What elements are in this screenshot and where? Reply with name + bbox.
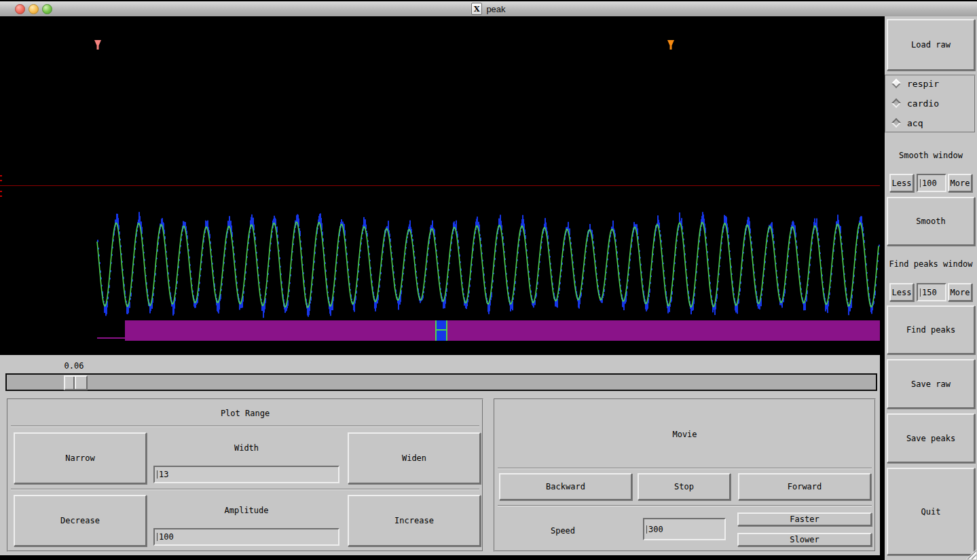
forward-button[interactable]: Forward	[738, 473, 871, 500]
radio-diamond-icon	[891, 98, 901, 108]
backward-button[interactable]: Backward	[499, 473, 632, 500]
plot-range-frame: Plot Range Narrow Width 13 Widen Decreas…	[7, 398, 483, 552]
sidebar: Load raw respir cardio acq Smooth window…	[885, 16, 977, 560]
separator	[11, 489, 479, 490]
stop-button[interactable]: Stop	[638, 473, 731, 500]
smooth-window-label: Smooth window	[885, 151, 977, 160]
scale-handle[interactable]	[64, 375, 88, 390]
width-label: Width	[153, 443, 339, 453]
radio-cardio[interactable]: cardio	[889, 97, 939, 109]
plot-sidebar-divider	[880, 16, 885, 560]
radio-respir[interactable]: respir	[889, 77, 939, 90]
find-less-button[interactable]: Less	[889, 283, 914, 301]
smooth-less-button[interactable]: Less	[889, 174, 914, 192]
find-more-button[interactable]: More	[948, 283, 972, 301]
titlebar: X peak	[0, 1, 977, 17]
plot-area[interactable]	[0, 16, 880, 355]
scale-trough[interactable]	[5, 373, 877, 391]
scale-handle-ridge	[73, 377, 76, 389]
bottom-panel: 0.06 Plot Range Narrow Width 13 Widen De…	[0, 355, 880, 555]
selection-cursor-midline	[437, 329, 446, 331]
bottom-edge	[0, 555, 880, 560]
radio-label: cardio	[907, 98, 939, 109]
smooth-more-button[interactable]: More	[948, 174, 972, 192]
selection-cursor[interactable]	[435, 320, 447, 341]
widen-button[interactable]: Widen	[348, 432, 481, 484]
minimize-button[interactable]	[29, 4, 39, 14]
amplitude-input[interactable]: 100	[153, 528, 339, 546]
amplitude-label: Amplitude	[153, 506, 339, 515]
separator	[11, 426, 479, 427]
speed-input[interactable]: 300	[643, 518, 726, 540]
save-raw-button[interactable]: Save raw	[887, 359, 975, 409]
waveform-canvas	[0, 16, 880, 355]
radio-diamond-icon	[891, 118, 901, 128]
separator	[498, 468, 872, 469]
find-peaks-window-label: Find peaks window	[885, 259, 977, 269]
radio-acq[interactable]: acq	[889, 117, 923, 129]
close-button[interactable]	[15, 4, 25, 14]
increase-button[interactable]: Increase	[348, 495, 481, 546]
movie-title: Movie	[495, 430, 874, 439]
narrow-button[interactable]: Narrow	[14, 432, 147, 484]
find-peaks-window-input[interactable]: 150	[917, 283, 946, 301]
separator	[498, 505, 872, 506]
save-peaks-button[interactable]: Save peaks	[887, 413, 975, 463]
radio-diamond-icon	[891, 79, 901, 88]
smooth-button[interactable]: Smooth	[887, 197, 975, 246]
zoom-button[interactable]	[42, 4, 52, 14]
radio-label: acq	[907, 118, 923, 128]
smooth-window-input[interactable]: 100	[917, 174, 946, 192]
slower-button[interactable]: Slower	[737, 533, 872, 546]
movie-frame: Movie Backward Stop Forward Speed 300 Fa…	[494, 398, 876, 552]
quit-button[interactable]: Quit	[887, 468, 975, 555]
radio-label: respir	[907, 79, 939, 89]
selection-lead-line	[97, 337, 125, 339]
load-raw-button[interactable]: Load raw	[887, 19, 975, 71]
selection-bar[interactable]	[125, 320, 880, 341]
window-title-group: X peak	[471, 3, 505, 15]
x11-icon: X	[471, 3, 482, 15]
plot-range-title: Plot Range	[8, 409, 482, 418]
speed-label: Speed	[522, 526, 604, 536]
decrease-button[interactable]: Decrease	[14, 495, 147, 546]
window-title: peak	[486, 4, 505, 14]
find-peaks-button[interactable]: Find peaks	[887, 305, 975, 354]
resize-grip[interactable]	[965, 549, 976, 559]
width-input[interactable]: 13	[153, 466, 339, 483]
faster-button[interactable]: Faster	[737, 512, 872, 526]
scale-value-label: 0.06	[58, 361, 90, 371]
